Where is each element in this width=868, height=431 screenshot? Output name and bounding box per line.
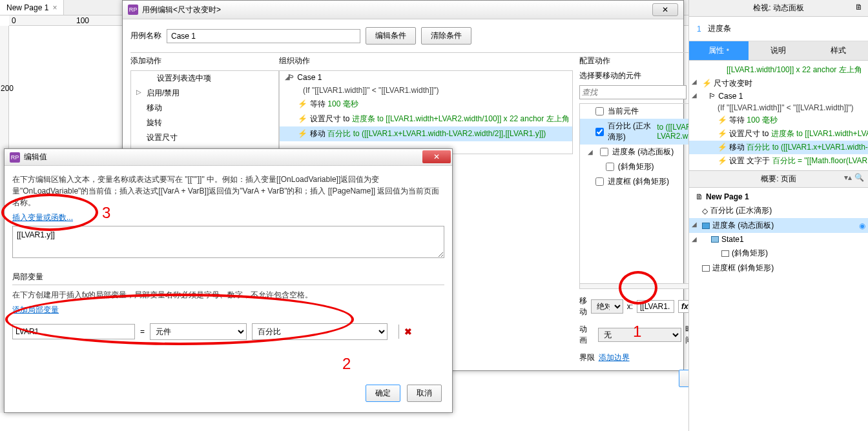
case-condition: (If "[[LVAR1.width]]" < "[[LVAR1.width]]… [280, 84, 572, 97]
dialog-titlebar: RP 编辑值 ✕ [5, 149, 452, 166]
page-tab-label: New Page 1 [6, 3, 48, 12]
add-boundary-link[interactable]: 添加边界 [599, 352, 630, 363]
outline-item[interactable]: ◢ 进度条 (动态面板)◉ [689, 218, 868, 233]
local-var-header: 局部变量 [12, 272, 444, 285]
inspector-tabs: 属性 • 说明 样式 [689, 41, 868, 61]
clear-condition-button[interactable]: 清除条件 [421, 27, 471, 45]
tab-properties[interactable]: 属性 • [689, 41, 749, 61]
page-icon[interactable]: 🗎 [855, 3, 863, 12]
search-icon[interactable]: 🔍 [854, 173, 864, 182]
expression-input[interactable]: [[LVAR1.y]] [12, 226, 444, 258]
anim-label: 动画 [579, 324, 595, 346]
ok-button[interactable]: 确定 [366, 385, 400, 402]
dialog-title-text: 用例编辑<尺寸改变时> [142, 5, 648, 15]
tree-action[interactable]: ⚡移动 百分比 to ([[LVAR1.x+LVAR1.width-LVAR2.… [689, 141, 868, 154]
page-tab[interactable]: New Page 1 × [0, 0, 64, 15]
tab-notes[interactable]: 说明 [749, 41, 808, 61]
anim-select[interactable]: 无 [598, 328, 681, 342]
action-item[interactable]: 移动 [131, 101, 278, 115]
outline-header: 概要: 页面 ▾▴🔍 [689, 170, 868, 188]
var-name-input[interactable] [12, 324, 135, 339]
case-node[interactable]: ◢ 🏳 Case 1 [280, 71, 572, 84]
action-item[interactable]: 设置列表选中项 [131, 71, 278, 86]
close-button[interactable]: ✕ [652, 3, 678, 16]
outline-item[interactable]: 进度框 (斜角矩形) [689, 261, 868, 276]
widget-number: 1 [697, 25, 701, 34]
var-type-select[interactable]: 元件 [150, 323, 247, 340]
move-type-select[interactable]: 绝对位 [591, 299, 623, 314]
edit-description: 在下方编辑区输入文本，变量名称或表达式要写在 "[[""]]" 中。例如：插入变… [12, 174, 444, 208]
action-item[interactable]: 设置尺寸 [131, 130, 278, 145]
cancel-button[interactable]: 取消 [407, 385, 442, 402]
var-target-select[interactable]: 百分比 [252, 323, 388, 340]
filter-icon[interactable]: ▾▴ [844, 173, 852, 182]
app-icon: RP [128, 5, 138, 15]
case-name-input[interactable] [167, 29, 360, 43]
case-name-label: 用例名称 [130, 30, 161, 41]
widget-search-input[interactable] [579, 85, 687, 99]
tree-case[interactable]: ◢🏳 Case 1 [689, 90, 868, 102]
outline-page[interactable]: 🗎 New Page 1 [689, 190, 868, 203]
outline-item[interactable]: (斜角矩形) [689, 246, 868, 261]
app-icon: RP [10, 152, 20, 163]
inspector-title: 1 进度条 [689, 17, 868, 41]
tree-action[interactable]: ⚡等待 100 毫秒 [689, 114, 868, 127]
tree-event[interactable]: ◢⚡尺寸改变时 [689, 77, 868, 90]
insert-var-link[interactable]: 插入变量或函数... [12, 212, 444, 223]
outline-item[interactable]: ◇ 百分比 (正水滴形) [689, 203, 868, 218]
tree-action[interactable]: [[LVAR1.width/100]] x 22 anchor 左上角 [689, 63, 868, 77]
edit-condition-button[interactable]: 编辑条件 [366, 27, 416, 45]
tree-action[interactable]: ⚡设置 文字于 百分比 = "[[Math.floor(LVAR1.width/ [689, 154, 868, 168]
inspector-header: 检视: 动态面板 🗎 [689, 0, 868, 17]
close-icon[interactable]: × [52, 3, 57, 12]
tab-style[interactable]: 样式 [809, 41, 868, 61]
local-var-desc: 在下方创建用于插入fx的局部变量，局部变量名称必须是字母、数字，不允许包含空格。 [12, 289, 444, 301]
action-set-size[interactable]: ⚡设置尺寸 to 进度条 to [[LVAR1.width+LVAR2.widt… [280, 112, 572, 126]
outline-tree: 🗎 New Page 1 ◇ 百分比 (正水滴形) ◢ 进度条 (动态面板)◉ … [689, 188, 868, 431]
close-button[interactable]: ✕ [422, 150, 451, 163]
widget-name: 进度条 [708, 23, 731, 34]
add-actions-header: 添加动作 [130, 53, 279, 70]
add-local-var-link[interactable]: 添加局部变量 [12, 305, 444, 316]
interactions-tree: [[LVAR1.width/100]] x 22 anchor 左上角 ◢⚡尺寸… [689, 61, 868, 170]
inspector-panel: 检视: 动态面板 🗎 1 进度条 属性 • 说明 样式 [[LVAR1.widt… [688, 0, 868, 431]
action-item[interactable]: ▷启用/禁用 [131, 86, 278, 101]
tree-condition: (If "[[LVAR1.width]]" < "[[LVAR1.width]]… [689, 102, 868, 114]
outline-state[interactable]: ◢ State1 [689, 233, 868, 246]
action-wait[interactable]: ⚡等待 100 毫秒 [280, 97, 572, 112]
action-item[interactable]: 旋转 [131, 115, 278, 130]
dialog-titlebar: RP 用例编辑<尺寸改变时> ✕ [123, 1, 683, 19]
edit-value-dialog: RP 编辑值 ✕ 在下方编辑区输入文本，变量名称或表达式要写在 "[[""]]"… [4, 148, 453, 413]
dialog-title-text: 编辑值 [24, 152, 447, 163]
move-label: 移动 [579, 296, 587, 317]
move-x-input[interactable] [637, 300, 674, 313]
delete-var-button[interactable]: ✖ [404, 326, 412, 337]
bound-label: 界限 [579, 352, 595, 363]
org-actions-header: 组织动作 [279, 53, 573, 70]
tree-action[interactable]: ⚡设置尺寸 to 进度条 to [[LVAR1.width+LVAR2.widt… [689, 127, 868, 141]
action-move[interactable]: ⚡移动 百分比 to ([[LVAR1.x+LVAR1.width-LVAR2.… [280, 126, 572, 141]
